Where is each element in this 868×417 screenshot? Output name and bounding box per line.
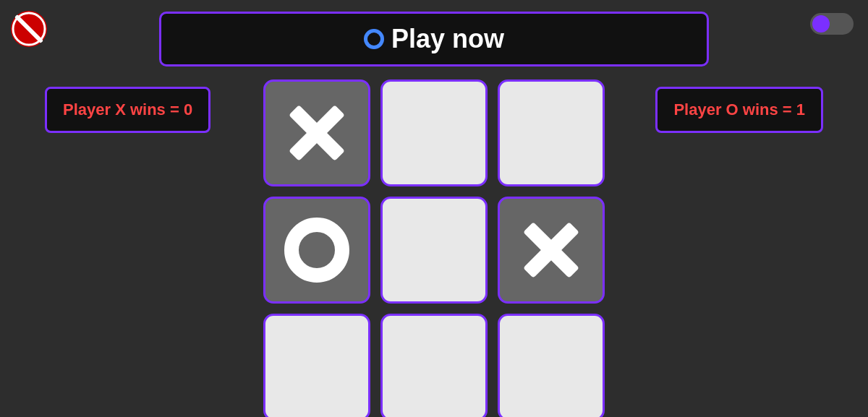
cell-2[interactable]	[498, 79, 605, 186]
cell-0[interactable]	[263, 79, 370, 186]
page-title: Play now	[391, 24, 504, 54]
game-board	[263, 79, 605, 417]
player-x-score: Player X wins = 0	[45, 87, 210, 133]
cell-8[interactable]	[498, 314, 605, 417]
toggle-track[interactable]	[810, 13, 854, 35]
cell-1[interactable]	[380, 79, 488, 186]
player-o-score: Player O wins = 1	[655, 87, 823, 133]
cell-4[interactable]	[380, 197, 488, 304]
title-banner: Play now	[159, 12, 709, 66]
x-mark-icon	[519, 218, 584, 283]
cell-5[interactable]	[498, 197, 605, 304]
o-mark-icon	[284, 218, 349, 283]
cell-6[interactable]	[263, 314, 370, 417]
x-mark-icon	[284, 100, 349, 165]
no-sign-icon	[10, 10, 48, 48]
cell-3[interactable]	[263, 197, 370, 304]
toggle-container[interactable]	[810, 13, 854, 35]
cell-7[interactable]	[380, 314, 488, 417]
title-circle-icon	[364, 29, 384, 49]
toggle-thumb	[812, 15, 830, 33]
